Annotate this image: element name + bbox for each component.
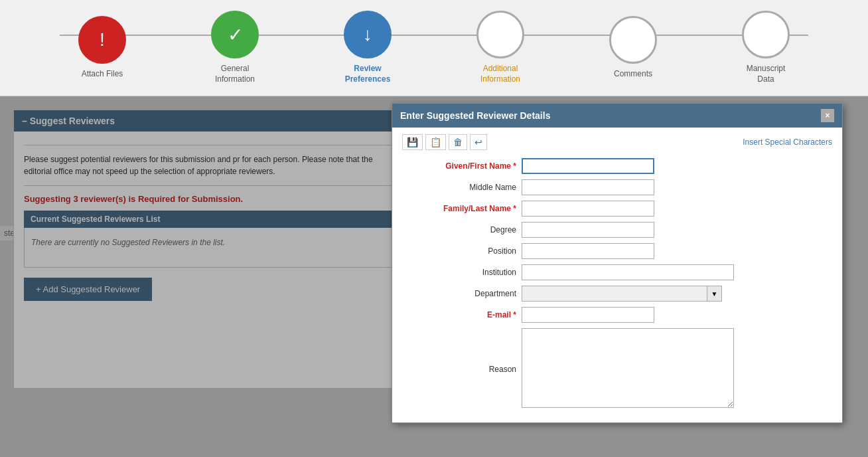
manuscript-data-label: Manuscript Data — [747, 64, 786, 84]
family-name-input[interactable] — [522, 201, 654, 217]
general-info-label: General Information — [215, 64, 255, 84]
middle-name-label: Middle Name — [402, 177, 522, 198]
modal-toolbar: 💾 📋 🗑 ↩ Insert Special Characters — [402, 134, 832, 150]
modal-title: Enter Suggested Reviewer Details — [400, 110, 550, 121]
position-input[interactable] — [522, 243, 654, 259]
attach-files-circle: ! — [78, 16, 126, 64]
email-row: E-mail * — [402, 304, 832, 325]
additional-info-label: Additional Information — [480, 64, 520, 84]
department-select-wrap: ▼ — [522, 286, 832, 302]
enter-reviewer-details-modal: Enter Suggested Reviewer Details × 💾 📋 🗑… — [392, 103, 843, 423]
institution-input-cell — [522, 262, 832, 283]
modal-body: 💾 📋 🗑 ↩ Insert Special Characters Given/… — [392, 128, 842, 422]
reason-row: Reason — [402, 325, 832, 412]
degree-label: Degree — [402, 219, 522, 240]
middle-name-input-cell — [522, 177, 832, 198]
main-area: sted – Suggest Reviewers Please suggest … — [0, 96, 868, 457]
department-dropdown-arrow[interactable]: ▼ — [707, 286, 722, 302]
family-name-input-cell — [522, 198, 832, 219]
degree-row: Degree — [402, 219, 832, 240]
given-name-input[interactable] — [522, 158, 654, 174]
position-input-cell — [522, 240, 832, 262]
wizard-step-attach-files[interactable]: ! Attach Files — [36, 16, 169, 80]
given-name-row: Given/First Name * — [402, 155, 832, 177]
email-input-cell — [522, 304, 832, 325]
degree-input-cell — [522, 219, 832, 240]
wizard-step-general-info[interactable]: ✓ General Information — [169, 11, 301, 84]
wizard-step-review-preferences[interactable]: ↓ Review Preferences — [301, 11, 434, 84]
wizard-steps: ! Attach Files ✓ General Information ↓ R… — [36, 11, 832, 84]
family-name-label: Family/Last Name * — [402, 198, 522, 219]
attach-files-label: Attach Files — [82, 69, 123, 80]
comments-label: Comments — [614, 69, 652, 80]
institution-input[interactable] — [522, 264, 734, 280]
institution-row: Institution — [402, 262, 832, 283]
wizard-step-manuscript-data[interactable]: Manuscript Data — [699, 11, 832, 84]
degree-input[interactable] — [522, 222, 654, 238]
reason-textarea[interactable] — [522, 328, 734, 408]
given-name-input-cell — [522, 155, 832, 177]
save-as-button[interactable]: 📋 — [425, 134, 446, 150]
save-button[interactable]: 💾 — [402, 134, 423, 150]
modal-toolbar-buttons: 💾 📋 🗑 ↩ — [402, 134, 487, 150]
institution-label: Institution — [402, 262, 522, 283]
wizard-step-additional-info[interactable]: Additional Information — [434, 11, 567, 84]
review-preferences-label: Review Preferences — [345, 64, 391, 84]
modal-close-button[interactable]: × — [821, 109, 834, 122]
review-preferences-circle: ↓ — [344, 11, 392, 58]
position-label: Position — [402, 240, 522, 262]
middle-name-input[interactable] — [522, 179, 654, 195]
email-label: E-mail * — [402, 304, 522, 325]
general-info-circle: ✓ — [211, 11, 259, 58]
middle-name-row: Middle Name — [402, 177, 832, 198]
manuscript-data-circle — [742, 11, 790, 58]
wizard-step-comments[interactable]: Comments — [567, 16, 699, 80]
department-row: Department ▼ — [402, 283, 832, 304]
email-input[interactable] — [522, 307, 654, 323]
department-label: Department — [402, 283, 522, 304]
reviewer-form: Given/First Name * Middle Name Family/La… — [402, 155, 832, 412]
given-name-label: Given/First Name * — [402, 155, 522, 177]
reason-label: Reason — [402, 325, 522, 412]
insert-special-characters-link[interactable]: Insert Special Characters — [743, 137, 832, 147]
department-select[interactable] — [522, 286, 707, 302]
wizard-bar: ! Attach Files ✓ General Information ↓ R… — [0, 0, 868, 96]
back-button[interactable]: ↩ — [470, 134, 487, 150]
modal-header: Enter Suggested Reviewer Details × — [392, 104, 842, 128]
position-row: Position — [402, 240, 832, 262]
comments-circle — [609, 16, 657, 64]
reason-input-cell — [522, 325, 832, 412]
additional-info-circle — [476, 11, 524, 58]
delete-button[interactable]: 🗑 — [449, 134, 467, 150]
family-name-row: Family/Last Name * — [402, 198, 832, 219]
department-input-cell: ▼ — [522, 283, 832, 304]
